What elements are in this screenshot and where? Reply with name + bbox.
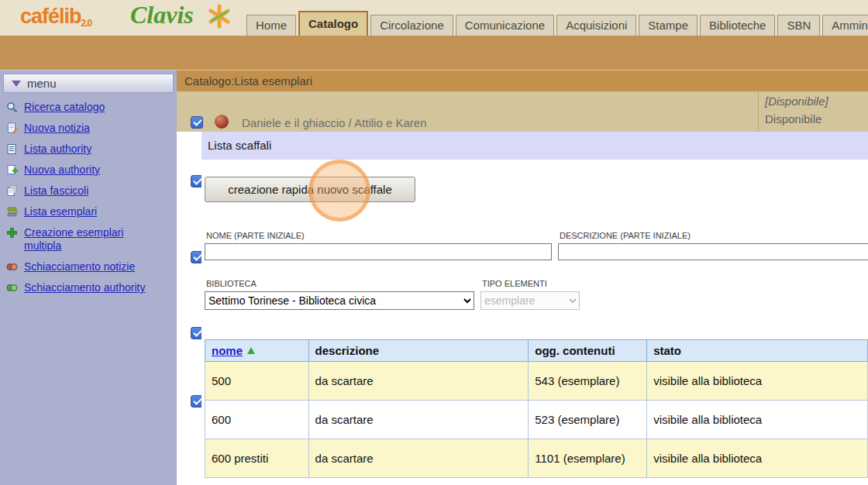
- table-row[interactable]: 500 da scartare 543 (esemplare) visibile…: [205, 362, 868, 401]
- cafelib-logo-text: cafélib: [20, 5, 81, 28]
- column-header-nome[interactable]: nome: [205, 340, 309, 362]
- table-header-row: nome descrizione ogg. contenuti stato: [205, 340, 868, 362]
- scaffali-table: nome descrizione ogg. contenuti stato 50…: [205, 339, 868, 478]
- sidebar-link[interactable]: Lista fascicoli: [24, 184, 88, 198]
- nome-input[interactable]: [205, 243, 552, 260]
- tab-sbn[interactable]: SBN: [777, 15, 820, 36]
- sidebar-item-lista-esemplari[interactable]: Lista esemplari: [6, 205, 172, 218]
- search-icon: [6, 101, 19, 114]
- sidebar-item-nuova-authority[interactable]: Nuova authority: [6, 163, 172, 177]
- cell-nome: 600 prestiti: [205, 439, 309, 478]
- cell-nome: 600: [205, 401, 309, 439]
- clavis-logo: Clavis: [130, 1, 194, 29]
- cell-nome: 500: [205, 362, 309, 401]
- main-nav-tabs: Home Catalogo Circolazione Comunicazione…: [246, 11, 868, 36]
- tab-stampe[interactable]: Stampe: [639, 15, 698, 36]
- cell-stato: visibile alla biblioteca: [647, 362, 868, 401]
- tab-catalogo[interactable]: Catalogo: [298, 11, 368, 36]
- sidebar-link[interactable]: Schiacciamento notizie: [24, 260, 135, 273]
- tab-comunicazione[interactable]: Comunicazione: [456, 15, 554, 36]
- sidebar-item-nuova-notizia[interactable]: Nuova notizia: [6, 122, 172, 135]
- sort-link-nome[interactable]: nome: [212, 344, 243, 357]
- sidebar-link[interactable]: Ricerca catalogo: [24, 101, 105, 114]
- tipo-elementi-select: esemplare: [480, 291, 580, 310]
- lista-scaffali-panel: Lista scaffali creazione rapida nuovo sc…: [202, 132, 868, 485]
- sidebar-item-lista-authority[interactable]: Lista authority: [6, 143, 172, 156]
- new-record-icon: [6, 122, 19, 135]
- merge-records-icon: [6, 261, 19, 273]
- issues-list-icon: [6, 185, 19, 198]
- tab-home[interactable]: Home: [246, 15, 296, 36]
- record-status-text: Disponibile: [765, 112, 868, 126]
- table-row[interactable]: 600 prestiti da scartare 1101 (esemplare…: [205, 439, 868, 478]
- sidebar-item-ricerca-catalogo[interactable]: Ricerca catalogo: [6, 101, 172, 114]
- cafelib-logo: cafélib2.0: [20, 5, 91, 29]
- descrizione-label: DESCRIZIONE (PARTE INIZIALE): [560, 231, 691, 240]
- sidebar-link[interactable]: Lista authority: [24, 143, 91, 156]
- sidebar: menu Ricerca catalogo Nuova notizia List…: [0, 70, 177, 485]
- sidebar-item-creazione-esemplari-multipla[interactable]: Creazione esemplari multipla: [6, 226, 172, 253]
- cell-descrizione: da scartare: [308, 362, 529, 401]
- sidebar-item-schiacciamento-authority[interactable]: Schiacciamento authority: [6, 281, 172, 294]
- menu-header: menu: [3, 74, 174, 93]
- tab-acquisizioni[interactable]: Acquisizioni: [556, 15, 636, 36]
- record-title: Daniele e il ghiaccio / Attilio e Karen: [242, 116, 426, 129]
- tab-biblioteche[interactable]: Biblioteche: [700, 15, 775, 36]
- menu-items: Ricerca catalogo Nuova notizia Lista aut…: [0, 93, 177, 294]
- nome-label: NOME (PARTE INIZIALE): [206, 231, 305, 240]
- menu-title: menu: [27, 77, 57, 90]
- record-status: [Disponibile] Disponibile: [758, 91, 868, 132]
- sidebar-link[interactable]: Nuova notizia: [24, 122, 90, 135]
- sidebar-item-schiacciamento-notizie[interactable]: Schiacciamento notizie: [6, 260, 172, 273]
- sort-asc-icon: [247, 347, 255, 354]
- copies-list-icon: [6, 206, 19, 218]
- clavis-flower-icon: [206, 3, 232, 29]
- sidebar-link[interactable]: Creazione esemplari multipla: [24, 226, 151, 253]
- tab-circolazione[interactable]: Circolazione: [370, 15, 453, 36]
- biblioteca-select[interactable]: Settimo Torinese - Biblioteca civica: [205, 291, 474, 310]
- sidebar-link[interactable]: Lista esemplari: [24, 205, 97, 218]
- sidebar-link[interactable]: Nuova authority: [24, 163, 100, 177]
- authority-list-icon: [6, 143, 19, 156]
- record-status-bracket: [Disponibile]: [765, 95, 868, 108]
- record-status-icon: [215, 115, 229, 129]
- biblioteca-label: BIBLIOTECA: [206, 279, 257, 288]
- cell-stato: visibile alla biblioteca: [647, 439, 868, 478]
- cell-stato: visibile alla biblioteca: [647, 401, 868, 439]
- add-multiple-icon: [6, 227, 19, 239]
- panel-title: Lista scaffali: [202, 132, 868, 160]
- breadcrumb: Catalogo:Lista esemplari: [177, 70, 868, 91]
- new-authority-icon: [6, 164, 19, 177]
- cell-ogg-contenuti: 523 (esemplare): [529, 401, 647, 439]
- header-band: [0, 36, 868, 70]
- column-header-descrizione: descrizione: [308, 340, 529, 362]
- cell-descrizione: da scartare: [308, 439, 529, 478]
- table-row[interactable]: 600 da scartare 523 (esemplare) visibile…: [205, 401, 868, 439]
- merge-authority-icon: [6, 282, 19, 294]
- descrizione-input[interactable]: [558, 243, 868, 260]
- record-checkbox[interactable]: [191, 116, 203, 129]
- tipo-elementi-label: TIPO ELEMENTI: [482, 279, 547, 288]
- sidebar-item-lista-fascicoli[interactable]: Lista fascicoli: [6, 184, 172, 198]
- cell-descrizione: da scartare: [308, 401, 529, 439]
- quick-create-shelf-button[interactable]: creazione rapida nuovo scaffale: [205, 177, 415, 202]
- record-row: Daniele e il ghiaccio / Attilio e Karen …: [177, 91, 868, 132]
- tab-amministrazione[interactable]: Amministrazione: [822, 15, 868, 36]
- column-header-ogg-contenuti: ogg. contenuti: [529, 340, 647, 362]
- cell-ogg-contenuti: 1101 (esemplare): [529, 439, 647, 478]
- column-header-stato: stato: [647, 340, 868, 362]
- sidebar-link[interactable]: Schiacciamento authority: [24, 281, 145, 294]
- top-header: cafélib2.0 Clavis Home Catalogo Circolaz…: [0, 0, 868, 36]
- cafelib-logo-version: 2.0: [81, 18, 92, 29]
- menu-collapse-icon[interactable]: [12, 81, 21, 87]
- cell-ogg-contenuti: 543 (esemplare): [529, 362, 647, 401]
